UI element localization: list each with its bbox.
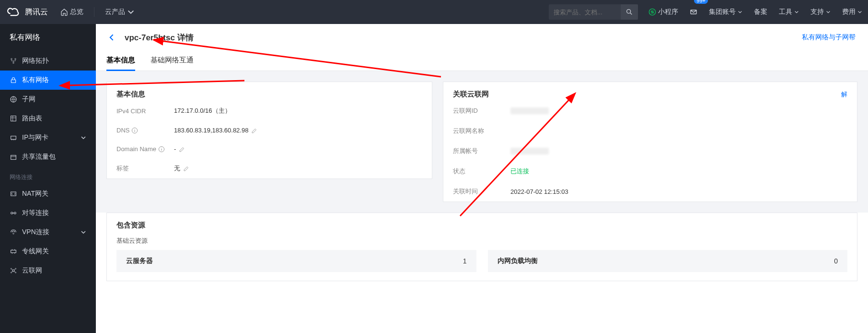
svg-point-14 [13, 233, 14, 234]
sidebar-item-ip-nic[interactable]: IP与网卡 [0, 128, 96, 147]
svg-rect-6 [11, 80, 15, 83]
value-domain: - [174, 145, 185, 153]
label-ccn-time: 关联时间 [453, 187, 510, 196]
mail-badge: 99+ [694, 0, 708, 4]
resource-box-clb[interactable]: 内网负载均衡 0 [488, 250, 848, 272]
svg-point-12 [11, 212, 13, 214]
masked-value [510, 148, 549, 155]
row-ccn-owner: 所属帐号 [443, 141, 857, 161]
row-ccn-status: 状态 已连接 [443, 161, 857, 181]
nav-tools[interactable]: 工具 [773, 0, 805, 24]
tab-classic-link[interactable]: 基础网络互通 [150, 51, 194, 71]
chevron-down-icon [127, 8, 135, 16]
sidebar-item-label: 共享流量包 [22, 153, 56, 161]
arrow-left-icon [107, 33, 117, 42]
ccn-unbind-link[interactable]: 解 [841, 90, 847, 99]
value-ccn-time: 2022-07-02 12:15:03 [510, 188, 568, 195]
sidebar-title: 私有网络 [0, 24, 96, 51]
search-icon [625, 8, 633, 16]
value-ccn-owner [510, 148, 549, 155]
sidebar-item-peering[interactable]: 对等连接 [0, 203, 96, 223]
topbar-right-links: 集团账号 备案 工具 支持 费用 [703, 0, 868, 24]
svg-point-4 [15, 59, 16, 60]
card-ccn: 关联云联网 解 云联网ID 云联网名称 所属帐号 状态 已连接 [443, 82, 857, 202]
tab-basic-info[interactable]: 基本信息 [106, 51, 135, 71]
nav-overview[interactable]: 总览 [55, 0, 89, 24]
globe-icon [10, 95, 17, 103]
label-ccn-status: 状态 [453, 167, 510, 176]
nav-products[interactable]: 云产品 [99, 0, 140, 24]
sidebar-item-label: 路由表 [22, 114, 42, 123]
back-button[interactable] [106, 32, 118, 43]
sidebar-item-ccn[interactable]: 云联网 [0, 261, 96, 280]
svg-rect-10 [11, 155, 16, 160]
search-input[interactable] [549, 4, 621, 20]
svg-point-13 [14, 212, 16, 214]
sidebar-item-sharedtraffic[interactable]: 共享流量包 [0, 147, 96, 166]
value-ccn-id [510, 107, 549, 114]
sidebar-item-topology[interactable]: 网络拓扑 [0, 51, 96, 71]
content-area: 基本信息 IPv4 CIDR 172.17.0.0/16（主） DNS 183.… [96, 71, 868, 213]
ccn-title: 关联云联网 [453, 90, 489, 99]
sidebar-item-label: 子网 [22, 95, 35, 104]
nav-support[interactable]: 支持 [805, 0, 836, 24]
mail-icon [690, 8, 697, 16]
nav-divider [94, 7, 94, 17]
sidebar-item-label: 网络拓扑 [22, 57, 49, 65]
sidebar-item-label: VPN连接 [22, 228, 49, 237]
nav-beian[interactable]: 备案 [748, 0, 773, 24]
vpn-icon [10, 228, 17, 236]
sidebar-item-directconnect[interactable]: 专线网关 [0, 242, 96, 261]
chevron-down-icon [794, 10, 799, 14]
sidebar-item-label: 云联网 [22, 266, 42, 275]
sidebar-item-label: NAT网关 [22, 190, 48, 198]
pencil-icon[interactable] [183, 165, 190, 172]
sidebar-item-routetable[interactable]: 路由表 [0, 109, 96, 128]
chevron-down-icon [857, 10, 862, 14]
brand-logo[interactable]: 腾讯云 [0, 6, 55, 18]
sidebar-item-vpc[interactable]: 私有网络 [0, 71, 96, 90]
masked-value [510, 107, 549, 114]
resources-sub: 基础云资源 [107, 232, 857, 250]
ccn-icon [10, 267, 17, 274]
nav-fees[interactable]: 费用 [836, 0, 868, 24]
chevron-down-icon [81, 229, 86, 235]
top-nav: 腾讯云 总览 云产品 小程序 99+ 集团账号 备案 工具 支持 费用 [0, 0, 868, 24]
search-button[interactable] [621, 4, 638, 20]
main-content: vpc-7er5btsc 详情 私有网络与子网帮 基本信息 基础网络互通 基本信… [96, 24, 868, 333]
card-resources: 包含资源 基础云资源 云服务器 1 内网负载均衡 0 [106, 213, 857, 281]
nav-messages[interactable]: 99+ [684, 0, 703, 24]
value-dns: 183.60.83.19,183.60.82.98 [174, 127, 258, 134]
svg-point-5 [13, 62, 14, 64]
sidebar-item-label: 对等连接 [22, 209, 49, 217]
resource-box-cvm[interactable]: 云服务器 1 [116, 250, 476, 272]
row-dns: DNS 183.60.83.19,183.60.82.98 [107, 121, 432, 140]
page-header: vpc-7er5btsc 详情 私有网络与子网帮 [96, 24, 868, 51]
card-title: 基本信息 [107, 82, 432, 101]
value-ipv4: 172.17.0.0/16（主） [174, 107, 231, 115]
svg-point-0 [627, 10, 631, 13]
label-ipv4: IPv4 CIDR [116, 107, 174, 115]
brand-text: 腾讯云 [25, 7, 48, 17]
nav-account[interactable]: 集团账号 [703, 0, 748, 24]
card-basic-info: 基本信息 IPv4 CIDR 172.17.0.0/16（主） DNS 183.… [106, 82, 432, 179]
sidebar-item-label: 私有网络 [22, 76, 49, 84]
row-domain: Domain Name - [107, 140, 432, 158]
svg-rect-9 [11, 136, 16, 140]
info-icon[interactable] [131, 127, 138, 134]
label-ccn-name: 云联网名称 [453, 127, 510, 135]
sidebar-item-vpn[interactable]: VPN连接 [0, 223, 96, 242]
info-icon[interactable] [158, 146, 165, 153]
help-link[interactable]: 私有网络与子网帮 [802, 33, 857, 42]
row-ipv4: IPv4 CIDR 172.17.0.0/16（主） [107, 101, 432, 121]
sidebar-item-subnet[interactable]: 子网 [0, 90, 96, 109]
label-dns: DNS [116, 127, 174, 134]
nav-miniprogram[interactable]: 小程序 [643, 0, 684, 24]
chevron-down-icon [826, 10, 831, 14]
package-icon [10, 153, 17, 161]
sidebar-item-nat[interactable]: NAT网关 [0, 184, 96, 203]
pencil-icon[interactable] [251, 127, 258, 134]
pencil-icon[interactable] [179, 146, 185, 153]
row-tags: 标签 无 [107, 158, 432, 178]
resource-value: 1 [463, 257, 467, 265]
